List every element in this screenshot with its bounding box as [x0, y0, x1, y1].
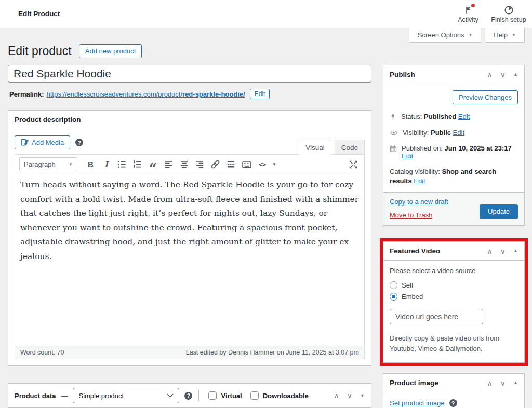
add-media-label: Add Media: [32, 139, 64, 146]
tab-visual[interactable]: Visual: [299, 140, 331, 155]
edit-permalink-button[interactable]: Edit: [250, 89, 270, 99]
product-image-panel-title: Product image: [390, 379, 438, 387]
finish-setup-button[interactable]: Finish setup: [488, 0, 529, 28]
edit-status-link[interactable]: Edit: [458, 113, 470, 120]
help-icon[interactable]: ?: [449, 399, 457, 407]
editor-frame: Paragraph ▼ B I “: [15, 154, 365, 359]
move-up-icon[interactable]: ∧: [487, 248, 493, 255]
featured-video-panel-header[interactable]: Featured Video ∧ ∨ ▲: [383, 242, 524, 261]
update-button[interactable]: Update: [480, 204, 518, 219]
embed-radio[interactable]: [390, 293, 397, 301]
align-left-button[interactable]: [162, 158, 176, 171]
move-to-trash-link[interactable]: Move to Trash: [390, 211, 448, 219]
downloadable-checkbox-row[interactable]: Downloadable: [250, 391, 309, 400]
permalink-slug: red-sparkle-hoodie/: [182, 90, 245, 98]
product-data-panel: Product data — Simple product ? Virtual: [8, 383, 371, 408]
copy-to-draft-link[interactable]: Copy to a new draft: [390, 198, 448, 206]
set-product-image-link[interactable]: Set product image: [390, 399, 445, 407]
help-icon[interactable]: ?: [75, 139, 83, 146]
align-right-button[interactable]: [193, 158, 207, 171]
product-image-panel-header[interactable]: Product image ∧ ∨ ▲: [383, 374, 524, 392]
edit-visibility-link[interactable]: Edit: [453, 129, 464, 137]
permalink-label: Permalink:: [9, 90, 44, 98]
product-image-panel: Product image ∧ ∨ ▲ Set product image ?: [383, 373, 525, 408]
publish-panel-header[interactable]: Publish ∧ ∨ ▲: [383, 65, 524, 84]
chevron-down-icon: ▼: [69, 162, 73, 167]
screen-options-tab[interactable]: Screen Options ▼: [409, 28, 482, 43]
self-radio[interactable]: [390, 281, 397, 289]
edit-published-link[interactable]: Edit: [402, 152, 413, 160]
product-description-panel: Product description Add Media ? Visual: [8, 110, 371, 366]
status-row: Status: Published Edit: [390, 113, 518, 121]
editor-toolbar: Paragraph ▼ B I “: [15, 155, 364, 174]
collapse-toggle-icon[interactable]: ▼: [360, 393, 365, 398]
top-bar: Edit Product Activity Finish setup: [0, 0, 532, 28]
divider: [198, 390, 199, 401]
editor-mode-tabs: Visual Code: [299, 139, 365, 154]
visibility-value: Public: [431, 129, 451, 137]
featured-video-panel-title: Featured Video: [390, 247, 440, 255]
collapse-toggle-icon[interactable]: ▲: [513, 249, 518, 253]
numbered-list-button[interactable]: [130, 158, 144, 171]
move-up-icon[interactable]: ∧: [334, 392, 339, 399]
eye-icon: [390, 129, 398, 137]
screen-meta-row: Screen Options ▼ Help ▼: [0, 28, 532, 43]
move-down-icon[interactable]: ∨: [347, 392, 352, 399]
virtual-label: Virtual: [221, 392, 242, 400]
blockquote-button[interactable]: “: [146, 158, 160, 171]
description-editor-content[interactable]: Turn heads without saying a word. The Re…: [15, 174, 364, 346]
product-title-input[interactable]: [8, 65, 371, 83]
status-label: Status:: [401, 113, 422, 120]
keyboard-shortcuts-button[interactable]: [240, 158, 254, 171]
italic-button[interactable]: I: [99, 158, 113, 171]
downloadable-checkbox[interactable]: [250, 391, 259, 400]
description-panel-header: Product description: [8, 111, 371, 129]
add-new-product-button[interactable]: Add new product: [79, 44, 142, 58]
activity-button[interactable]: Activity: [448, 0, 488, 28]
tab-code[interactable]: Code: [335, 140, 365, 155]
permalink-url[interactable]: https://endlesscruiseadventures.com/prod…: [46, 90, 245, 98]
video-source-self-option[interactable]: Self: [390, 281, 518, 289]
clock-icon: [504, 5, 514, 15]
word-count: Word count: 70: [20, 349, 64, 356]
move-down-icon[interactable]: ∨: [500, 248, 506, 255]
catalog-visibility-row: Catalog visibility: Shop and search resu…: [390, 168, 518, 185]
paragraph-format-select[interactable]: Paragraph ▼: [19, 157, 77, 171]
paragraph-select-value: Paragraph: [24, 160, 56, 168]
product-type-select[interactable]: Simple product: [73, 388, 179, 403]
video-url-input[interactable]: [390, 309, 483, 324]
visibility-row: Visibility: Public Edit: [390, 129, 518, 137]
featured-video-panel: Featured Video ∧ ∨ ▲ Please select a vid…: [383, 241, 525, 363]
video-source-prompt: Please select a video source: [390, 267, 518, 275]
read-more-tag-button[interactable]: [224, 158, 238, 171]
published-on-value: Jun 10, 2025 at 23:17: [444, 144, 511, 152]
collapse-toggle-icon[interactable]: ▲: [513, 72, 518, 77]
preview-changes-button[interactable]: Preview Changes: [453, 90, 518, 104]
help-icon[interactable]: ?: [184, 392, 192, 400]
chevron-down-icon: [167, 393, 174, 398]
move-down-icon[interactable]: ∨: [500, 71, 506, 78]
virtual-checkbox[interactable]: [208, 391, 217, 400]
code-button[interactable]: <>: [255, 158, 269, 171]
editor-status-bar: Word count: 70 Last edited by Dennis Ham…: [15, 346, 364, 359]
insert-link-button[interactable]: [208, 158, 222, 171]
media-icon: [21, 139, 29, 146]
add-media-button[interactable]: Add Media: [15, 135, 70, 149]
activity-label: Activity: [458, 16, 478, 23]
bold-button[interactable]: B: [84, 158, 98, 171]
help-tab[interactable]: Help ▼: [485, 28, 525, 43]
virtual-checkbox-row[interactable]: Virtual: [208, 391, 242, 400]
video-source-embed-option[interactable]: Embed: [390, 293, 518, 301]
collapse-toggle-icon[interactable]: ▲: [513, 380, 518, 385]
publish-footer: Copy to a new draft Move to Trash Update: [383, 192, 524, 225]
edit-catalog-visibility-link[interactable]: Edit: [414, 177, 425, 185]
move-up-icon[interactable]: ∧: [487, 379, 493, 387]
move-up-icon[interactable]: ∧: [487, 71, 493, 78]
embed-radio-label: Embed: [402, 293, 423, 301]
toolbar-dropdown-caret[interactable]: ▼: [271, 158, 278, 171]
fullscreen-button[interactable]: [346, 158, 360, 171]
bulleted-list-button[interactable]: [115, 158, 129, 171]
move-down-icon[interactable]: ∨: [500, 379, 506, 387]
chevron-down-icon: ▼: [512, 33, 516, 37]
align-center-button[interactable]: [177, 158, 191, 171]
